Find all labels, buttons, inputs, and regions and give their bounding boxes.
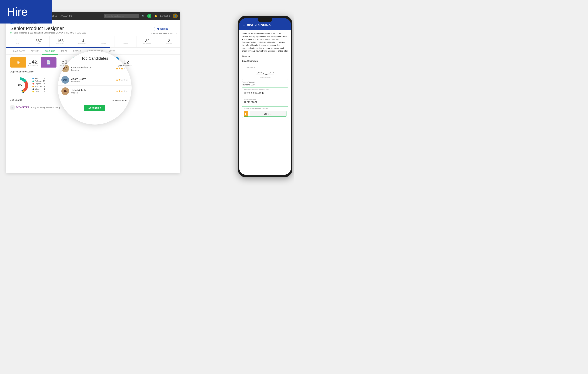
stat-withdrawn[interactable]: 2 WITHDR — [158, 36, 180, 47]
date-field-label: Date MM/DD/YYYY — [244, 98, 286, 100]
sourcing-days-label: DAYS OPEN — [28, 65, 38, 67]
progress-bar-fill — [6, 47, 110, 48]
job-status: Public · Published — [13, 32, 27, 34]
date-field[interactable]: Date MM/DD/YYYY 12/19/2022 — [242, 97, 288, 105]
sourcing-card-apps: 📄 — [41, 57, 56, 68]
docusign-label: DocuSigned by: — [244, 66, 286, 69]
signature-area — [244, 70, 286, 76]
stat-rejected[interactable]: 32 REJECTED — [136, 36, 158, 47]
candidate-stage-adam: In-Review — [71, 80, 114, 83]
candidate-row-julia[interactable]: JN Julia Nichols Offered ★★★★★ — [58, 86, 132, 97]
top-candidates-title: Top Candidates — [81, 56, 108, 61]
docusign-box: DocuSigned by: 0084E31EA50488A — [242, 65, 288, 80]
stat-new-label: NEW — [29, 43, 48, 45]
back-arrow-icon[interactable]: ← — [242, 23, 245, 27]
legend-crm: CRM 1 — [32, 91, 45, 93]
nav-careers[interactable]: CAREERS — [160, 15, 170, 17]
job-ref: REF987G — [66, 32, 74, 34]
sourcing-card-days: ⊕ — [10, 57, 26, 68]
candidate-info-kendra: Kendra Anderson Interview — [71, 66, 114, 71]
candidate-name-julia: Julia Nichols — [71, 89, 114, 92]
legend-agencies: Agencies 2 — [32, 85, 45, 87]
sign-download-icon: ⬇ — [270, 112, 272, 116]
signature-field[interactable]: Owner/Authorized Individual Signature ▶ … — [242, 106, 288, 118]
more-options-button[interactable]: ⋮ — [172, 27, 176, 31]
name-field-label: Print Owner/Authorized Individual Name — [244, 89, 286, 91]
stat-rejected-label: REJECTED — [138, 43, 157, 45]
legend-organic: Organic 28 — [32, 83, 45, 85]
stat-interview[interactable]: 14 INTERVIEW — [71, 36, 93, 47]
tab-sourcing[interactable]: SOURCING — [42, 48, 58, 54]
candidate-stars-adam: ★★★★★ — [116, 78, 128, 82]
status-dot — [10, 32, 11, 33]
signer-info: Jerome Ternynck, Founder & CEO — [242, 81, 288, 86]
compare-label: COMPARE — [118, 65, 128, 67]
candidate-info-adam: Adam Brady In-Review — [71, 77, 114, 83]
job-date: Jul 6, 2022 — [77, 32, 86, 34]
next-button[interactable]: NEXT → — [170, 33, 177, 35]
apps-icon: 📄 — [46, 60, 51, 65]
job-address: 225 Bush Street, San Francisco, CA, USA — [30, 32, 63, 34]
monster-logo: MONSTER — [16, 106, 30, 109]
prev-button[interactable]: ← PREV — [151, 33, 158, 35]
stat-offer-number: - — [94, 39, 113, 43]
search-input[interactable] — [104, 14, 139, 18]
stat-lead[interactable]: 1 LEAD — [6, 36, 28, 47]
stat-lead-number: 1 — [8, 39, 26, 43]
separator: | — [28, 32, 29, 34]
stat-hired-number: - — [116, 39, 135, 43]
nav-arrows: ← PREV MY JOBS ∨ NEXT → — [151, 33, 177, 35]
stat-inreview-number: 163 — [51, 39, 70, 43]
stat-withdrawn-label: WITHDR — [160, 43, 178, 45]
stat-new[interactable]: 387 NEW — [28, 36, 50, 47]
overlay-advertise-button[interactable]: ADVERTISE — [84, 105, 105, 111]
candidate-avatar-julia: JN — [61, 87, 69, 95]
signer-name: Jerome Ternynck, — [242, 81, 288, 84]
candidate-row-kendra[interactable]: KA Kendra Anderson Interview ★★★★★ — [58, 63, 132, 74]
stat-offer[interactable]: - OFFER — [93, 36, 115, 47]
progress-bar-container — [6, 47, 180, 48]
sign-button-container[interactable]: ▶ SIGN ⬇ — [244, 111, 286, 117]
tab-candidates[interactable]: CANDIDATES — [10, 48, 28, 54]
candidate-stage-julia: Offered — [71, 92, 114, 94]
legend: Paid 1 Referrals 18 Organic 28 — [32, 78, 45, 93]
candidate-name-kendra: Kendra Anderson — [71, 66, 114, 69]
name-field[interactable]: Print Owner/Authorized Individual Name J… — [242, 88, 288, 96]
stat-interview-label: INTERVIEW — [73, 43, 92, 45]
sign-button[interactable]: SIGN ⬇ — [250, 111, 286, 116]
advertise-button[interactable]: ADVERTISE — [154, 27, 171, 31]
phone-company: SmartRecruiters — [242, 60, 288, 63]
my-jobs-dropdown[interactable]: MY JOBS ∨ — [159, 33, 169, 35]
sourcing-interviewed-number: 12 — [123, 58, 130, 65]
days-icon: ⊕ — [17, 60, 20, 65]
candidate-row-adam[interactable]: AB Adam Brady In-Review ★★★★★ — [58, 74, 132, 86]
legend-referrals: Referrals 18 — [32, 80, 45, 82]
phone-header-title: BEGIN SIGNING — [247, 24, 271, 27]
signature-field-label: Owner/Authorized Individual Signature — [244, 107, 286, 110]
tab-job-ad[interactable]: JOB AD — [58, 48, 71, 54]
bell-icon[interactable]: 🔔 — [154, 15, 157, 17]
stat-offer-label: OFFER — [94, 43, 113, 45]
stat-hired-label: HIRED — [116, 43, 135, 45]
stat-hired[interactable]: - HIRED — [115, 36, 136, 47]
sourcing-days-number: 142 — [28, 58, 38, 65]
user-avatar[interactable]: 👤 — [173, 13, 178, 18]
hire-title: Hire — [7, 5, 28, 18]
signature-svg — [254, 70, 276, 76]
date-field-value: 12/19/2022 — [244, 101, 286, 104]
tab-activity[interactable]: ACTIVITY — [28, 48, 42, 54]
stat-inreview[interactable]: 163 IN-REVIEW — [50, 36, 71, 47]
nav-analytics[interactable]: ANALYTICS — [61, 14, 72, 18]
phone-body-text: under the terms described above. If we d… — [242, 32, 288, 52]
stats-bar: 1 LEAD 387 NEW 163 IN-REVIEW 14 INTERVIE… — [6, 36, 180, 47]
legend-other: Other 1 — [32, 88, 45, 90]
phone-notch — [258, 18, 272, 22]
phone-sincerely: Sincerely, — [242, 54, 288, 58]
sourcing-stat-days: 142 DAYS OPEN — [28, 58, 38, 67]
add-button[interactable]: + — [147, 14, 151, 18]
phone-screen: ← BEGIN SIGNING under the terms describe… — [239, 18, 291, 175]
browse-more-button[interactable]: BROWSE MORE — [112, 98, 128, 103]
job-meta: Public · Published | 225 Bush Street, Sa… — [10, 32, 86, 34]
search-icon: 🔍 — [142, 15, 144, 17]
separator3: | — [75, 32, 76, 34]
